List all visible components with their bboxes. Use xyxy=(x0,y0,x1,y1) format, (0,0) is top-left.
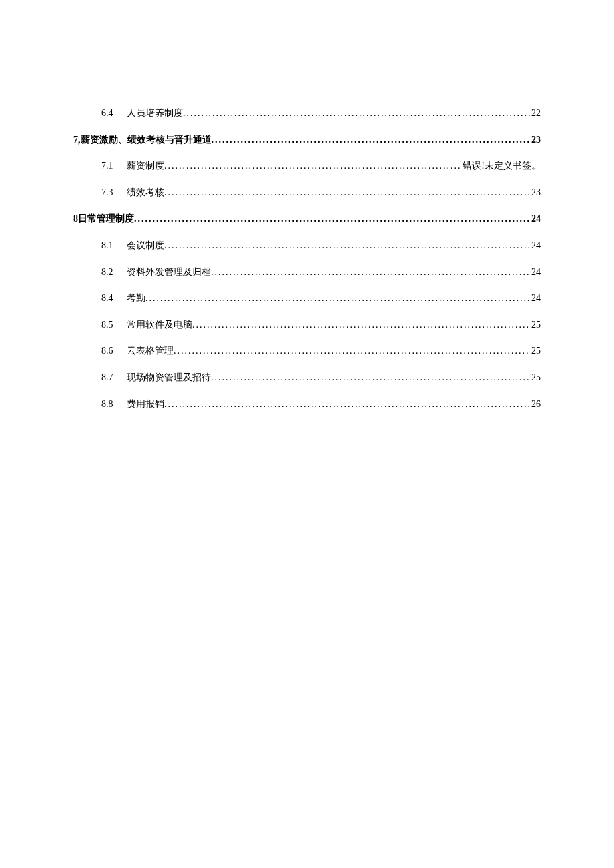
toc-leader-dots xyxy=(164,159,461,173)
toc-entry-number: 8.2 xyxy=(101,266,127,279)
toc-entry: 8.5 常用软件及电脑 25 xyxy=(101,318,541,332)
toc-entry-page: 25 xyxy=(530,344,541,358)
toc-entry-number: 8.4 xyxy=(101,292,127,305)
toc-entry-title: 会议制度 xyxy=(127,239,164,252)
toc-entry-page: 25 xyxy=(530,318,541,332)
toc-entry: 7, 薪资激励、绩效考核与晋升通道 23 xyxy=(73,133,541,147)
toc-entry-page: 23 xyxy=(530,186,541,199)
toc-entry-number: 7.3 xyxy=(101,186,127,199)
toc-entry-page: 23 xyxy=(530,133,541,147)
toc-leader-dots xyxy=(164,239,530,252)
toc-leader-dots xyxy=(164,398,530,411)
toc-entry: 8.6 云表格管理 25 xyxy=(101,344,541,358)
toc-entry-title: 考勤 xyxy=(127,292,145,305)
toc-entry: 8.4 考勤 24 xyxy=(101,292,541,305)
toc-leader-dots xyxy=(174,344,530,358)
toc-leader-dots xyxy=(211,266,530,279)
toc-entry-page: 24 xyxy=(530,212,541,226)
toc-leader-dots xyxy=(183,107,530,120)
toc-entry-number: 8.6 xyxy=(101,344,127,358)
toc-leader-dots xyxy=(134,212,530,226)
toc-leader-dots xyxy=(211,371,530,384)
toc-entry-title: 常用软件及电脑 xyxy=(127,318,192,332)
toc-entry-number: 8.5 xyxy=(101,318,127,332)
toc-entry: 8.7 现场物资管理及招待 25 xyxy=(101,371,541,384)
toc-entry: 7.3 绩效考核 23 xyxy=(101,186,541,199)
toc-entry-number: 8 xyxy=(73,212,78,226)
toc-leader-dots xyxy=(192,318,530,332)
toc-entry-number: 6.4 xyxy=(101,107,127,120)
toc-entry-page: 24 xyxy=(530,266,541,279)
toc-leader-dots xyxy=(212,133,531,147)
toc-page: 6.4 人员培养制度 22 7, 薪资激励、绩效考核与晋升通道 23 7.1 薪… xyxy=(0,0,614,410)
toc-entry-page: 24 xyxy=(530,292,541,305)
toc-entry-title: 费用报销 xyxy=(127,398,164,411)
toc-entry-title: 人员培养制度 xyxy=(127,107,183,120)
toc-entry-number: 8.8 xyxy=(101,398,127,411)
toc-entry: 6.4 人员培养制度 22 xyxy=(101,107,541,120)
toc-entry-title: 现场物资管理及招待 xyxy=(127,371,211,384)
toc-entry-page: 26 xyxy=(530,398,541,411)
toc-entry-title: 薪资制度 xyxy=(127,159,164,173)
toc-entry-page: 25 xyxy=(530,371,541,384)
toc-entry-number: 7.1 xyxy=(101,159,127,173)
toc-entry-page: 22 xyxy=(530,107,541,120)
toc-entry: 8.1 会议制度 24 xyxy=(101,239,541,252)
toc-entry-page: 错误!未定义书签。 xyxy=(461,159,541,173)
toc-leader-dots xyxy=(164,186,530,199)
toc-entry: 8 日常管理制度 24 xyxy=(73,212,541,226)
toc-entry: 8.2 资料外发管理及归档 24 xyxy=(101,266,541,279)
toc-entry-number: 7, xyxy=(73,133,81,147)
toc-entry-number: 8.1 xyxy=(101,239,127,252)
toc-leader-dots xyxy=(145,292,530,305)
toc-entry-number: 8.7 xyxy=(101,371,127,384)
toc-entry: 8.8 费用报销 26 xyxy=(101,398,541,411)
toc-entry-title: 云表格管理 xyxy=(127,344,174,358)
toc-entry-page: 24 xyxy=(530,239,541,252)
toc-entry-title: 绩效考核 xyxy=(127,186,164,199)
toc-entry: 7.1 薪资制度 错误!未定义书签。 xyxy=(101,159,541,173)
toc-entry-title: 薪资激励、绩效考核与晋升通道 xyxy=(81,133,212,147)
toc-entry-title: 日常管理制度 xyxy=(78,212,134,226)
toc-entry-title: 资料外发管理及归档 xyxy=(127,266,211,279)
